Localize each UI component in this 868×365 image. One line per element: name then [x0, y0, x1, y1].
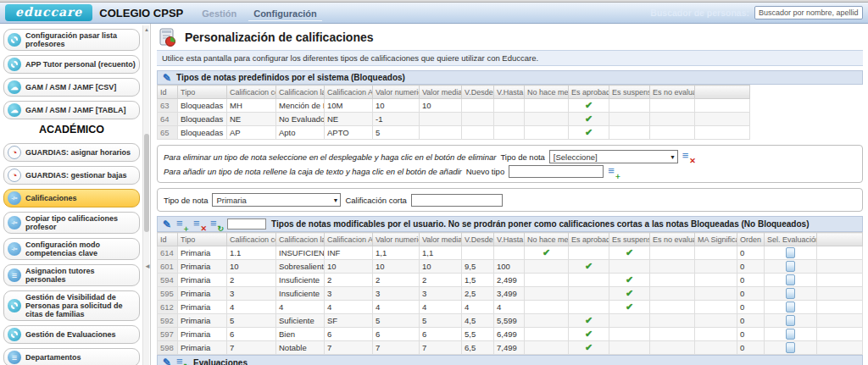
- clock-icon: ◔: [8, 146, 21, 159]
- sidebar-item-asignacion-tutores-personales[interactable]: ≡Asignacion tutores personales: [3, 264, 140, 286]
- data-cell: 3: [373, 287, 420, 301]
- sidebar-item-configuraci-n-modo-competencia[interactable]: -/=Configuración modo competencias clave: [3, 238, 140, 260]
- sidebar-item-gam-asm-jamf-tabla-[interactable]: ☁GAM / ASM / JAMF [TABLA]: [3, 101, 140, 119]
- data-cell: 5: [373, 314, 420, 328]
- menu-configuracion[interactable]: Configuración: [248, 5, 322, 21]
- sidebar-item-label: APP Tutor personal (recuento): [25, 60, 136, 69]
- document-icon[interactable]: [786, 274, 795, 285]
- document-icon[interactable]: [786, 247, 795, 258]
- document-icon[interactable]: [786, 261, 795, 272]
- table-row: 594Primaria2Insuficiente2221,52,499✔0: [158, 274, 863, 287]
- checkmark-icon: ✔: [585, 113, 593, 124]
- person-search-input[interactable]: [754, 6, 863, 19]
- data-cell: Bloqueadas: [178, 126, 227, 140]
- short-grade-input[interactable]: [411, 194, 503, 207]
- table-row: 614Primaria1.1INSUFICIENTEINF1,11,1✔✔0: [158, 246, 863, 260]
- data-cell: [650, 99, 695, 113]
- data-cell: 3: [227, 287, 276, 301]
- column-header-filler: [695, 86, 750, 99]
- data-cell: 3,499: [494, 287, 525, 301]
- data-cell: [695, 314, 737, 328]
- sidebar-item-gam-asm-jamf-csv-[interactable]: ☁GAM / ASM / JAMF [CSV]: [3, 78, 140, 97]
- select-evaluation-cell: [765, 301, 817, 314]
- data-cell: [609, 99, 650, 113]
- new-type-label: Nuevo tipo: [466, 167, 504, 176]
- sidebar-scrollbar[interactable]: ▲: [142, 25, 149, 365]
- check-cell: ✔: [569, 314, 609, 328]
- data-cell: 7: [373, 341, 420, 355]
- add-row-button[interactable]: ≡＋: [176, 219, 188, 230]
- data-cell: Bloqueadas: [178, 113, 227, 126]
- select-evaluation-cell: [765, 260, 817, 274]
- sidebar-item-gesti-n-de-visibilidad-de-pers[interactable]: Gestión de Visibilidad de Personas para …: [3, 290, 140, 321]
- data-cell: 10: [373, 260, 420, 274]
- edit-pencil-icon[interactable]: ✎: [163, 220, 171, 229]
- column-header: Valor numerico: [373, 86, 420, 99]
- delete-type-button[interactable]: ≡✕: [682, 152, 694, 162]
- data-cell: [609, 341, 650, 355]
- sidebar-item-guardias-gestionar-bajas[interactable]: ◔GUARDIAS: gestionar bajas: [3, 166, 140, 185]
- data-cell: 5: [373, 126, 420, 140]
- edit-pencil-icon[interactable]: ✎: [163, 358, 171, 365]
- column-header: Calificacion corta: [227, 233, 276, 246]
- select-evaluation-cell: [765, 314, 817, 328]
- sidebar-item-copiar-tipo-calificaciones-pro[interactable]: -/=Copiar tipo calificaciones profesor: [3, 212, 140, 234]
- quick-filter-input[interactable]: [227, 218, 266, 230]
- sidebar-collapse-arrow[interactable]: ◄: [144, 263, 151, 270]
- sidebar-item-app-tutor-personal-recuento-[interactable]: APP Tutor personal (recuento): [3, 55, 140, 74]
- sidebar-item-guardias-asignar-horarios[interactable]: ◔GUARDIAS: asignar horarios: [3, 143, 140, 162]
- refresh-rows-button[interactable]: ≡↻: [210, 219, 222, 230]
- filler-cell: [695, 126, 750, 140]
- edit-pencil-icon[interactable]: ✎: [163, 74, 171, 82]
- checkmark-icon: ✔: [585, 315, 593, 325]
- row-id-cell: 63: [158, 99, 178, 113]
- sidebar-item-label: Gestión de Evaluaciones: [25, 330, 116, 339]
- scrollbar-thumb[interactable]: [144, 134, 149, 232]
- data-cell: [650, 274, 695, 287]
- data-cell: 2: [227, 274, 276, 287]
- column-header: Es no evaluado: [650, 233, 695, 246]
- cloud-icon: ☁: [8, 80, 21, 94]
- data-cell: 10: [373, 99, 420, 113]
- table-row: 601Primaria10Sobresaliente1010109,5100✔0: [158, 260, 863, 274]
- type-select[interactable]: Primaria ▼: [212, 193, 341, 207]
- document-icon[interactable]: [786, 315, 795, 326]
- data-cell: 0: [737, 301, 765, 314]
- document-icon[interactable]: [786, 301, 795, 312]
- data-cell: SF: [325, 314, 373, 328]
- data-cell: 4: [325, 301, 373, 314]
- check-cell: ✔: [569, 341, 609, 355]
- data-cell: [650, 328, 695, 341]
- data-cell: NE: [325, 113, 373, 126]
- sidebar-item-calificaciones[interactable]: -/=Calificaciones: [3, 189, 140, 207]
- document-icon[interactable]: [786, 288, 795, 299]
- data-cell: [609, 113, 650, 126]
- chevron-down-icon: ▼: [333, 197, 339, 203]
- data-cell: [420, 113, 462, 126]
- checkmark-icon: ✔: [585, 127, 593, 137]
- sidebar-item-gesti-n-de-evaluaciones[interactable]: Gestión de Evaluaciones: [3, 325, 140, 344]
- data-cell: 3: [325, 287, 373, 301]
- sidebar-item-configuraci-n-pasar-lista-prof[interactable]: Configuración pasar lista profesores: [3, 29, 140, 51]
- data-cell: 10: [227, 260, 276, 274]
- add-type-button[interactable]: ≡＋: [608, 167, 620, 177]
- evaluaciones-list-button[interactable]: ≡↻: [176, 357, 188, 365]
- menu-gestion[interactable]: Gestión: [197, 5, 242, 20]
- data-cell: Primaria: [178, 287, 227, 301]
- scroll-up-arrow[interactable]: ▲: [143, 25, 150, 34]
- document-icon[interactable]: [786, 329, 795, 340]
- sidebar-item-departamentos[interactable]: ≡Departamentos: [3, 348, 140, 365]
- column-header: Id: [158, 233, 178, 246]
- check-cell: ✔: [569, 113, 609, 126]
- delete-row-button[interactable]: ≡✕: [193, 219, 205, 230]
- data-cell: [609, 314, 650, 328]
- document-icon[interactable]: [786, 342, 795, 353]
- delete-type-select[interactable]: [Seleccione] ▼: [549, 150, 678, 163]
- intro-bar: Utilice esta pantalla para configurar lo…: [157, 50, 863, 66]
- data-cell: 4: [494, 301, 525, 314]
- data-cell: 0: [737, 328, 765, 341]
- data-cell: [695, 341, 737, 355]
- new-type-input[interactable]: [509, 165, 604, 178]
- check-cell: ✔: [609, 246, 650, 260]
- educcare-logo[interactable]: educcare: [5, 4, 92, 21]
